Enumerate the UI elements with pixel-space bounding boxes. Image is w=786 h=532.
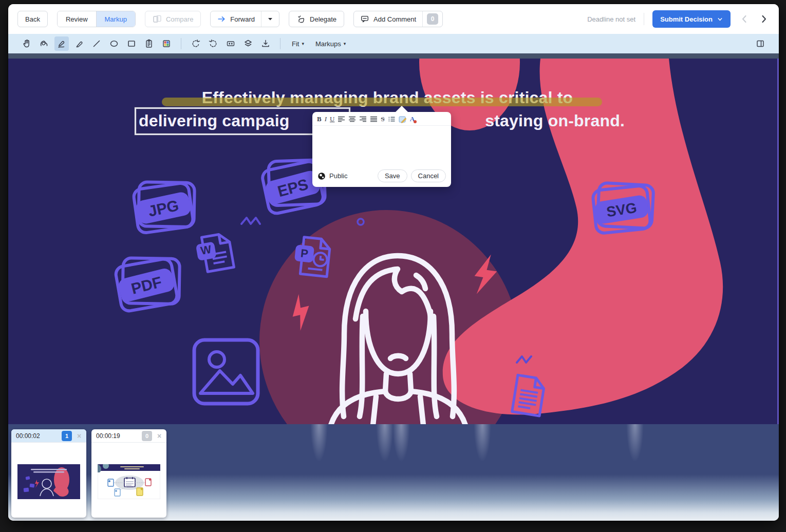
pan-tool-button[interactable] [20, 36, 34, 51]
add-comment-button[interactable]: Add Comment [354, 11, 422, 27]
markups-dropdown[interactable]: Markups▾ [311, 40, 350, 48]
chevron-down-icon: ▾ [302, 41, 304, 46]
align-center-button[interactable] [348, 116, 356, 123]
comment-popup: B I U S [312, 112, 451, 187]
frame-comment-count-badge: 0 [142, 431, 152, 441]
frame-timestamp: 00:00:02 [16, 432, 59, 440]
proof-review-window: Back Review Markup Compare Forward [8, 4, 779, 521]
forward-arrow-icon [217, 14, 226, 24]
align-left-button[interactable] [338, 116, 345, 123]
forward-button[interactable]: Forward [211, 11, 261, 27]
frame-comment-count-badge: 1 [62, 431, 72, 441]
font-color-button[interactable]: A [410, 115, 415, 123]
compare-frames-button[interactable] [223, 36, 238, 51]
delegate-button[interactable]: Delegate [289, 11, 344, 27]
comment-popup-footer: Public Save Cancel [312, 166, 451, 187]
word-doc-icon: W [195, 233, 234, 273]
layers-button[interactable] [241, 36, 255, 51]
bold-button[interactable]: B [317, 116, 322, 123]
frame-thumbnail-card[interactable]: 00:00:19 0 × [91, 429, 166, 518]
tab-markup[interactable]: Markup [96, 11, 135, 27]
chevron-down-icon [717, 16, 723, 22]
ellipse-tool-button[interactable] [107, 36, 121, 51]
save-button[interactable]: Save [378, 169, 407, 182]
delegate-icon [296, 14, 306, 24]
insert-note-button[interactable] [399, 116, 407, 123]
bullet-list-button[interactable] [388, 116, 396, 123]
frame-edge-line [777, 59, 779, 424]
submit-decision-button[interactable]: Submit Decision [652, 10, 731, 28]
redo-button[interactable] [206, 36, 220, 51]
comment-count-badge: 0 [427, 13, 438, 25]
comment-format-toolbar: B I U S [312, 112, 451, 126]
tab-review[interactable]: Review [58, 11, 96, 27]
add-comment-group: Add Comment 0 [353, 11, 443, 27]
deadline-status: Deadline not set [587, 15, 635, 23]
zigzag-doodle [241, 218, 260, 224]
close-icon[interactable]: × [155, 432, 163, 440]
mode-switch: Review Markup [57, 11, 136, 27]
align-right-button[interactable] [359, 116, 367, 123]
forward-button-group: Forward [210, 11, 279, 27]
forward-dropdown-button[interactable] [261, 11, 279, 27]
back-button[interactable]: Back [17, 11, 48, 27]
rectangle-tool-button[interactable] [124, 36, 139, 51]
pdf-file-icon: PDF [113, 248, 187, 314]
freehand-draw-tool-button[interactable] [37, 36, 51, 51]
cancel-button[interactable]: Cancel [411, 169, 446, 182]
line-tool-button[interactable] [89, 36, 104, 51]
compare-button[interactable]: Compare [145, 11, 201, 27]
previous-proof-button[interactable] [739, 13, 750, 25]
pen-tool-button[interactable] [72, 36, 86, 51]
frame-thumbnail-image[interactable] [98, 464, 160, 499]
fit-dropdown[interactable]: Fit▾ [288, 40, 308, 48]
chevron-down-icon: ▾ [344, 41, 346, 46]
frame-timestamp: 00:00:19 [96, 432, 139, 440]
svg-text:P: P [300, 246, 309, 260]
next-proof-button[interactable] [758, 13, 770, 25]
highlighter-tool-button[interactable] [54, 36, 69, 51]
comment-bubble-icon [360, 14, 369, 24]
align-justify-button[interactable] [370, 116, 378, 123]
color-palette-button[interactable] [159, 36, 174, 51]
top-toolbar: Back Review Markup Compare Forward [8, 4, 779, 34]
compare-pages-icon [153, 14, 162, 24]
desktop-background: Back Review Markup Compare Forward [0, 0, 786, 532]
frame-thumbnail-card[interactable]: 00:00:02 1 × [11, 429, 86, 518]
download-button[interactable] [258, 36, 273, 51]
jpg-file-icon: JPG [132, 174, 201, 235]
frame-thumbnail-image[interactable] [17, 464, 80, 499]
image-icon [194, 340, 258, 404]
strikethrough-button[interactable]: S [381, 116, 384, 123]
highlighter-markup[interactable] [162, 98, 602, 106]
note-tool-button[interactable] [142, 36, 156, 51]
italic-button[interactable]: I [325, 116, 327, 123]
undo-button[interactable] [189, 36, 203, 51]
video-viewer[interactable]: JPG EPS PDF [8, 53, 779, 424]
visibility-selector[interactable]: Public [317, 172, 347, 180]
filmstrip: 00:00:02 1 × 00:00:19 0 [8, 424, 779, 521]
globe-icon [317, 172, 326, 180]
comment-input[interactable] [312, 126, 451, 166]
chevron-down-icon [268, 16, 273, 22]
underline-button[interactable]: U [330, 116, 334, 123]
close-icon[interactable]: × [75, 432, 83, 440]
sidebar-toggle-button[interactable] [753, 36, 768, 51]
slide-headline-line2-right: staying on-brand. [485, 111, 625, 130]
markup-toolbar: Fit▾ Markups▾ [8, 34, 779, 53]
